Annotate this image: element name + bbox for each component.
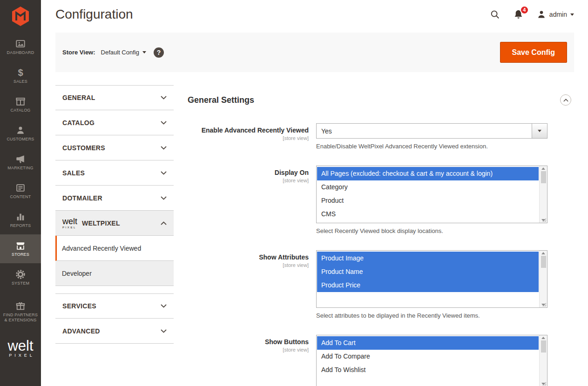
sidebar-item-content[interactable]: CONTENT — [0, 177, 41, 206]
sidebar-item-find-partners[interactable]: FIND PARTNERS & EXTENSIONS — [0, 292, 41, 331]
scroll-up-arrow[interactable] — [541, 337, 545, 339]
chevron-down-icon — [142, 51, 146, 53]
admin-sidebar: DASHBOARD $ SALES CATALOG — [0, 0, 41, 386]
config-nav-customers[interactable]: CUSTOMERS — [55, 135, 174, 160]
weltpixel-mini-logo: welt pixel — [62, 217, 77, 229]
config-nav-services[interactable]: SERVICES — [55, 293, 174, 319]
config-nav-label: SALES — [62, 169, 85, 177]
sidebar-item-dashboard[interactable]: DASHBOARD — [0, 33, 41, 61]
config-nav-label: CUSTOMERS — [62, 144, 105, 152]
enable-select[interactable]: Yes — [316, 123, 547, 139]
scrollbar[interactable] — [539, 251, 547, 307]
chevron-down-icon — [570, 13, 574, 16]
field-label: Show Attributes — [188, 253, 309, 261]
help-icon[interactable]: ? — [154, 47, 164, 58]
subnav-label: Developer — [62, 270, 92, 277]
multiselect-option[interactable]: Add To Cart — [317, 336, 539, 350]
chevron-down-icon — [538, 130, 541, 132]
multiselect-option[interactable]: Product Image — [317, 252, 539, 265]
sidebar-nav: DASHBOARD $ SALES CATALOG — [0, 33, 41, 331]
sales-icon: $ — [15, 67, 26, 78]
config-nav-advanced[interactable]: ADVANCED — [55, 319, 174, 344]
multiselect-option[interactable]: All Pages (excluded: checkout & cart & m… — [317, 167, 539, 180]
resize-grip[interactable] — [542, 218, 547, 222]
sidebar-item-system[interactable]: SYSTEM — [0, 263, 41, 292]
multiselect-option[interactable]: Add To Compare — [317, 350, 539, 363]
field-scope: [store view] — [188, 347, 309, 353]
notification-badge: 4 — [520, 6, 529, 14]
save-config-button[interactable]: Save Config — [500, 42, 567, 63]
sidebar-item-catalog[interactable]: CATALOG — [0, 90, 41, 119]
resize-grip[interactable] — [542, 303, 547, 307]
field-show-buttons: Show Buttons [store view] Add To Cart Ad… — [188, 335, 574, 386]
scroll-thumb[interactable] — [541, 340, 546, 353]
admin-user-menu[interactable]: admin — [537, 10, 574, 19]
catalog-icon — [15, 96, 26, 106]
sidebar-item-marketing[interactable]: MARKETING — [0, 148, 41, 177]
section-title: General Settings — [188, 95, 254, 105]
notifications-button[interactable]: 4 — [513, 9, 524, 20]
general-settings-section: General Settings Enable Advanced Recentl… — [188, 85, 574, 386]
search-button[interactable] — [490, 9, 500, 20]
subnav-developer[interactable]: Developer — [55, 261, 174, 286]
show-attributes-multiselect[interactable]: Product Image Product Name Product Price — [316, 250, 547, 308]
config-nav-general[interactable]: GENERAL — [55, 85, 174, 110]
config-nav-label: ADVANCED — [62, 327, 100, 335]
find-partners-icon — [15, 301, 26, 311]
field-note: Select attributes to be diplayed in the … — [316, 312, 547, 319]
weltpixel-word: welt — [0, 339, 41, 353]
subnav-advanced-recently-viewed[interactable]: Advanced Recently Viewed — [55, 236, 174, 261]
chevron-down-icon — [161, 329, 167, 333]
magento-logo-icon — [12, 7, 29, 26]
chevron-down-icon — [161, 196, 167, 200]
sidebar-item-reports[interactable]: REPORTS — [0, 206, 41, 234]
config-section-nav: GENERAL CATALOG CUSTOMERS SALES DOTMAILE… — [55, 85, 174, 386]
scroll-up-arrow[interactable] — [541, 252, 545, 254]
config-nav-catalog[interactable]: CATALOG — [55, 110, 174, 135]
magento-logo[interactable] — [0, 0, 41, 33]
config-nav-sales[interactable]: SALES — [55, 160, 174, 186]
field-scope: [store view] — [188, 262, 309, 268]
scrollbar[interactable] — [539, 335, 547, 386]
weltpixel-subnav: Advanced Recently Viewed Developer — [55, 236, 174, 286]
field-label: Show Buttons — [188, 338, 309, 346]
multiselect-option[interactable]: Add To Wishlist — [317, 363, 539, 377]
scrollbar[interactable] — [539, 166, 547, 223]
chevron-down-icon — [161, 96, 167, 100]
select-value: Yes — [317, 124, 532, 138]
sidebar-item-label: SYSTEM — [12, 281, 29, 286]
scroll-thumb[interactable] — [541, 256, 546, 268]
field-enable-advanced-recently-viewed: Enable Advanced Recently Viewed [store v… — [188, 123, 574, 150]
collapse-section-button[interactable] — [560, 94, 571, 106]
chevron-down-icon — [161, 146, 167, 150]
sidebar-item-sales[interactable]: $ SALES — [0, 61, 41, 90]
show-buttons-multiselect[interactable]: Add To Cart Add To Compare Add To Wishli… — [316, 335, 547, 386]
store-view-switcher[interactable]: Default Config — [101, 49, 146, 56]
multiselect-option[interactable]: Category — [317, 180, 539, 194]
sidebar-item-label: REPORTS — [10, 223, 31, 228]
multiselect-option[interactable]: CMS — [317, 207, 539, 221]
sidebar-item-stores[interactable]: STORES — [0, 234, 41, 263]
resize-grip[interactable] — [542, 382, 547, 386]
page-header: Configuration 4 — [41, 0, 588, 29]
scroll-up-arrow[interactable] — [541, 167, 545, 170]
scroll-thumb[interactable] — [541, 171, 546, 183]
select-arrow[interactable] — [532, 124, 547, 138]
stores-icon — [15, 240, 26, 251]
display-on-multiselect[interactable]: All Pages (excluded: checkout & cart & m… — [316, 166, 547, 223]
config-nav-weltpixel[interactable]: welt pixel WELTPIXEL — [55, 211, 174, 236]
multiselect-option[interactable]: Product Name — [317, 265, 539, 279]
config-nav-dotmailer[interactable]: DOTMAILER — [55, 186, 174, 211]
field-scope: [store view] — [188, 135, 309, 141]
sidebar-item-customers[interactable]: CUSTOMERS — [0, 119, 41, 148]
config-nav-label: SERVICES — [62, 302, 96, 310]
store-view-value: Default Config — [101, 49, 139, 56]
search-icon — [490, 9, 500, 20]
dashboard-icon — [15, 39, 26, 49]
multiselect-option[interactable]: Product — [317, 194, 539, 207]
config-nav-label: DOTMAILER — [62, 194, 102, 202]
multiselect-option[interactable]: Product Price — [317, 279, 539, 292]
magento-admin: DASHBOARD $ SALES CATALOG — [0, 0, 588, 386]
config-nav-label: CATALOG — [62, 119, 95, 126]
field-note: Select Recently Viewed block display loc… — [316, 227, 547, 234]
